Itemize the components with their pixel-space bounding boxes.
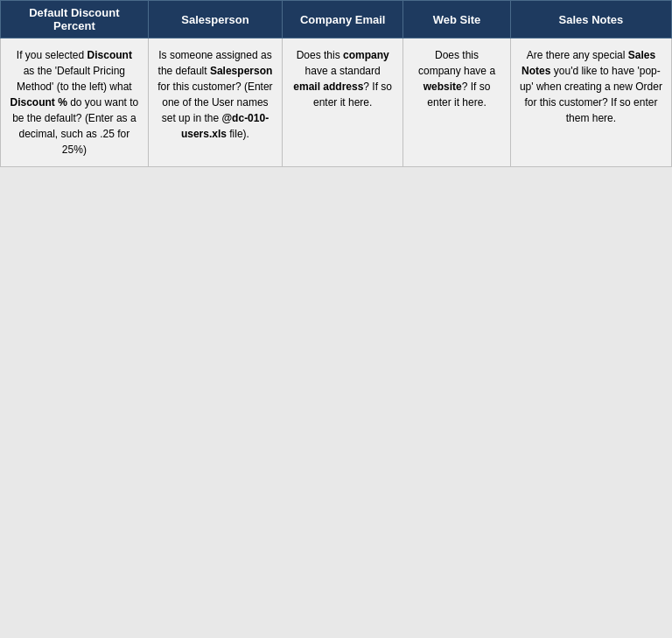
- cell-website: Does this company have a website? If so …: [403, 39, 511, 167]
- cell-discount: If you selected Discount as the 'Default…: [1, 39, 149, 167]
- info-table: Default Discount Percent Salesperson Com…: [0, 0, 672, 167]
- header-salesperson: Salesperson: [148, 1, 282, 39]
- discount-bold-2: Discount %: [10, 96, 67, 109]
- discount-bold-1: Discount: [88, 49, 132, 61]
- discount-text-1: If you selected: [17, 49, 88, 61]
- header-website: Web Site: [403, 1, 511, 39]
- header-email: Company Email: [283, 1, 403, 39]
- website-bold-1: website: [424, 81, 462, 93]
- header-discount: Default Discount Percent: [1, 1, 149, 39]
- table-row: If you selected Discount as the 'Default…: [1, 39, 672, 167]
- main-table-container: Default Discount Percent Salesperson Com…: [0, 0, 672, 561]
- empty-area: [0, 167, 672, 561]
- email-text-2: have a standard: [305, 65, 381, 77]
- email-text-1: Does this: [297, 49, 343, 61]
- salesperson-bold-1: Salesperson: [210, 65, 272, 77]
- cell-salesperson: Is someone assigned as the default Sales…: [148, 39, 282, 167]
- discount-text-2: as the 'Default Pricing Method' (to the …: [17, 65, 132, 93]
- cell-notes: Are there any special Sales Notes you'd …: [510, 39, 671, 167]
- email-bold-1: company: [343, 49, 389, 61]
- salesperson-text-3: file).: [227, 128, 249, 140]
- cell-email: Does this company have a standard email …: [283, 39, 403, 167]
- website-text-1: Does this company have a: [418, 49, 495, 77]
- email-bold-2: email address: [293, 81, 363, 93]
- header-notes: Sales Notes: [510, 1, 671, 39]
- notes-text-1: Are there any special: [527, 49, 628, 61]
